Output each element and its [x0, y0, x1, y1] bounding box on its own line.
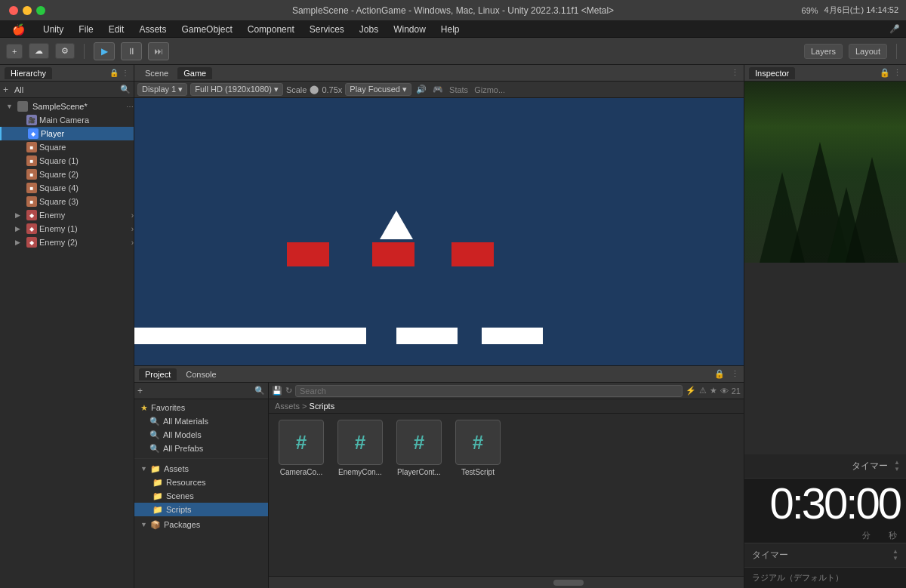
hierarchy-item-player[interactable]: ◆ Player	[0, 127, 134, 140]
close-button[interactable]	[9, 6, 18, 15]
resources-item[interactable]: 📁 Resources	[134, 476, 268, 489]
inspector-more-icon[interactable]: ⋮	[893, 68, 901, 78]
project-tab[interactable]: Project	[139, 368, 177, 380]
breadcrumb-root[interactable]: Assets	[275, 402, 300, 411]
settings-button[interactable]: ⚙	[55, 43, 75, 59]
minimize-button[interactable]	[23, 6, 32, 15]
apple-menu[interactable]: 🍎	[6, 22, 31, 37]
all-models-item[interactable]: 🔍 All Models	[134, 428, 268, 442]
lock-bottom-icon[interactable]: 🔒	[714, 369, 725, 379]
scene-more[interactable]: ⋯	[126, 103, 134, 111]
hierarchy-item-square4[interactable]: ■ Square (4)	[0, 181, 134, 195]
view-more-icon[interactable]: ⋮	[731, 68, 739, 78]
hierarchy-item-square1[interactable]: ■ Square (1)	[0, 154, 134, 168]
hierarchy-panel: Hierarchy 🔒 ⋮ + All 🔍 SampleScene* ⋯	[0, 65, 134, 588]
menu-edit[interactable]: Edit	[103, 23, 131, 36]
assets-search-input[interactable]	[295, 385, 683, 397]
asset-cameraco[interactable]: # CameraCo...	[275, 420, 328, 476]
assets-scrollbar[interactable]	[269, 576, 744, 588]
eye-icon[interactable]: 👁	[720, 386, 729, 396]
menu-assets[interactable]: Assets	[133, 23, 172, 36]
enemycon-icon: #	[337, 420, 383, 465]
scale-slider[interactable]: ⬤	[310, 85, 319, 94]
warning-icon[interactable]: ⚠	[699, 386, 707, 396]
hierarchy-item-enemy[interactable]: ◆ Enemy ›	[0, 208, 134, 222]
all-materials-item[interactable]: 🔍 All Materials	[134, 414, 268, 428]
playercont-label: PlayerCont...	[397, 468, 441, 476]
console-tab[interactable]: Console	[180, 368, 222, 380]
hierarchy-item-enemy2[interactable]: ◆ Enemy (2) ›	[0, 236, 134, 249]
scale-label-text: Scale	[286, 85, 307, 94]
menu-component[interactable]: Component	[242, 23, 300, 36]
add-button[interactable]: +	[6, 44, 23, 59]
stats-label[interactable]: Stats	[449, 85, 468, 94]
assets-section-label: Assets	[164, 464, 189, 473]
timer-stepper-top[interactable]: ▲ ▼	[894, 459, 900, 473]
menu-window[interactable]: Window	[387, 23, 432, 36]
hierarchy-item-square2[interactable]: ■ Square (2)	[0, 168, 134, 181]
packages-item[interactable]: ▼ 📦 Packages	[134, 518, 268, 531]
asset-testscript[interactable]: # TestScript	[451, 420, 504, 476]
scripts-item[interactable]: 📁 Scripts	[134, 503, 268, 516]
search-proj-icon[interactable]: 🔍	[254, 386, 265, 396]
bottom-more-icon[interactable]: ⋮	[731, 369, 739, 379]
assets-header[interactable]: ▼ 📁 Assets	[134, 462, 268, 476]
game-display-dropdown[interactable]: Display 1 ▾	[137, 83, 187, 96]
game-toolbar: Display 1 ▾ Full HD (1920x1080) ▾ Scale …	[134, 82, 744, 98]
more-icon[interactable]: ⋮	[122, 69, 129, 77]
save-icon[interactable]: 💾	[272, 386, 282, 396]
cloud-button[interactable]: ☁	[29, 43, 49, 59]
hierarchy-item-square[interactable]: ■ Square	[0, 140, 134, 154]
favorites-header[interactable]: ★ Favorites	[134, 401, 268, 414]
hierarchy-item-camera[interactable]: 🎥 Main Camera	[0, 113, 134, 127]
timer-mode-row: ラジアル（デフォルト）	[744, 567, 906, 588]
menu-services[interactable]: Services	[304, 23, 350, 36]
step-button[interactable]: ⏭	[148, 42, 169, 60]
player-triangle	[380, 211, 413, 239]
assets-grid: # CameraCo... # EnemyCon...	[269, 414, 744, 576]
pause-button[interactable]: ⏸	[121, 42, 142, 60]
add-hierarchy-button[interactable]: +	[3, 85, 8, 95]
add-project-button[interactable]: +	[137, 386, 143, 396]
menu-unity[interactable]: Unity	[37, 23, 69, 36]
resolution-dropdown[interactable]: Full HD (1920x1080) ▾	[190, 83, 283, 96]
scene-root-item[interactable]: SampleScene* ⋯	[0, 100, 134, 113]
reload-icon[interactable]: ↻	[285, 386, 292, 396]
player-icon: ◆	[28, 128, 39, 139]
filter-icon[interactable]: ⚡	[686, 386, 696, 396]
menu-gameobject[interactable]: GameObject	[175, 23, 238, 36]
asset-enemycon[interactable]: # EnemyCon...	[334, 420, 387, 476]
play-button[interactable]: ▶	[94, 42, 115, 60]
menu-file[interactable]: File	[72, 23, 99, 36]
inspector-lock-icon[interactable]: 🔒	[880, 68, 890, 78]
square4-label: Square (4)	[39, 183, 79, 192]
breadcrumb-current: Scripts	[310, 402, 335, 411]
star-filter-icon[interactable]: ★	[710, 386, 717, 396]
inspector-tab[interactable]: Inspector	[749, 67, 795, 79]
hierarchy-item-square3[interactable]: ■ Square (3)	[0, 195, 134, 208]
layers-dropdown[interactable]: Layers	[804, 44, 843, 59]
gamepad-icon[interactable]: 🎮	[433, 85, 443, 94]
lock-icon[interactable]: 🔒	[109, 69, 119, 77]
tree-4	[846, 157, 898, 263]
timer-stepper-bottom[interactable]: ▲ ▼	[892, 548, 898, 562]
audio-icon[interactable]: 🔊	[416, 85, 427, 94]
asset-playercont[interactable]: # PlayerCont...	[393, 420, 445, 476]
game-tab[interactable]: Game	[177, 67, 212, 79]
gizmos-label[interactable]: Gizmo...	[474, 85, 505, 94]
all-prefabs-item[interactable]: 🔍 All Prefabs	[134, 442, 268, 455]
hierarchy-item-enemy1[interactable]: ◆ Enemy (1) ›	[0, 222, 134, 236]
play-focused-dropdown[interactable]: Play Focused ▾	[345, 83, 411, 96]
layout-dropdown[interactable]: Layout	[849, 44, 887, 59]
project-toolbar: + 🔍	[134, 383, 268, 399]
assets-breadcrumb: Assets > Scripts	[269, 399, 744, 414]
all-models-label: All Models	[163, 430, 202, 439]
menu-jobs[interactable]: Jobs	[353, 23, 384, 36]
hierarchy-tab[interactable]: Hierarchy	[5, 67, 52, 79]
camera-label: Main Camera	[39, 115, 89, 125]
search-icon[interactable]: 🔍	[120, 85, 131, 94]
scenes-item[interactable]: 📁 Scenes	[134, 489, 268, 503]
menu-help[interactable]: Help	[435, 23, 466, 36]
maximize-button[interactable]	[36, 6, 45, 15]
scene-tab[interactable]: Scene	[139, 67, 174, 79]
